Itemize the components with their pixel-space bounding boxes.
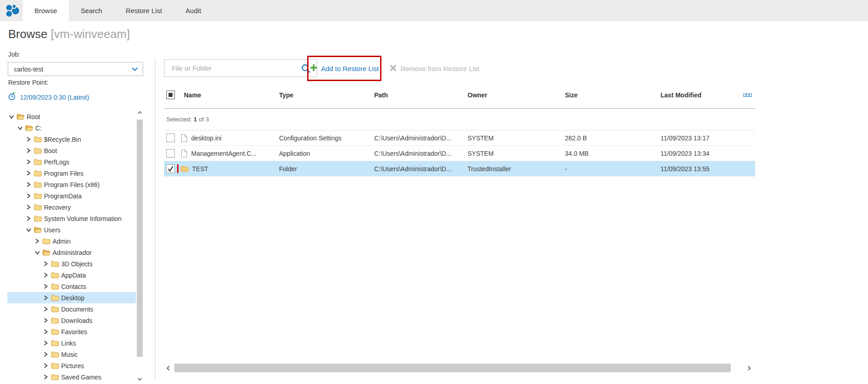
tree-scrollbar-thumb[interactable] — [137, 120, 143, 357]
chevron-right-icon — [26, 159, 31, 164]
tree-item-label: Recovery — [44, 204, 71, 211]
remove-from-restore-list-button[interactable]: Remove from Restore List — [390, 56, 479, 81]
chevron-right-icon — [43, 284, 48, 289]
nav-tab-label: Restore List — [126, 7, 162, 14]
scroll-left-icon[interactable] — [164, 362, 172, 374]
tree-item[interactable]: Admin — [7, 235, 136, 247]
nav-tab[interactable]: Restore List — [114, 0, 174, 21]
chevron-right-icon — [43, 261, 48, 266]
tree-item[interactable]: Root — [7, 111, 136, 122]
tree-item[interactable]: System Volume Information — [7, 213, 136, 224]
tree-expander[interactable] — [26, 148, 34, 153]
tree-expander[interactable] — [26, 205, 34, 210]
tree-expander[interactable] — [43, 284, 51, 289]
remove-x-icon — [390, 64, 397, 73]
tree-expander[interactable] — [18, 126, 25, 130]
tree-item[interactable]: Recovery — [7, 202, 136, 213]
tree-item[interactable]: Favorites — [7, 326, 136, 337]
nav-tab[interactable]: Search — [69, 0, 114, 21]
row-size: - — [565, 165, 661, 173]
job-select[interactable]: carlos-test — [8, 62, 143, 76]
tree-expander[interactable] — [35, 250, 43, 255]
search-input[interactable] — [164, 60, 317, 77]
chevron-down-icon — [35, 250, 40, 255]
tree-item-label: ProgramData — [44, 192, 82, 200]
tree-item[interactable]: ProgramData — [7, 190, 136, 202]
column-options-icon[interactable] — [743, 91, 752, 99]
tree-expander[interactable] — [26, 171, 34, 176]
row-checkbox[interactable] — [166, 149, 175, 158]
nav-tab[interactable]: Audit — [174, 0, 213, 21]
tree-item[interactable]: Program Files — [7, 168, 136, 179]
column-header-owner[interactable]: Owner — [468, 91, 565, 99]
tree-item-label: AppData — [61, 272, 86, 279]
select-all-checkbox[interactable] — [166, 91, 175, 99]
tree-item[interactable]: AppData — [7, 269, 136, 281]
nav-tab[interactable]: Browse — [23, 0, 69, 21]
top-nav: Browse Search Restore List Audit — [0, 0, 868, 21]
nav-tab-label: Browse — [34, 7, 57, 14]
tree-item[interactable]: Users — [7, 224, 136, 235]
folder-icon — [51, 261, 59, 267]
row-checkbox[interactable] — [166, 134, 175, 142]
tree-item[interactable]: $Recycle.Bin — [7, 134, 136, 145]
tree-item[interactable]: Contacts — [7, 281, 136, 292]
add-to-restore-list-button[interactable]: Add to Restore List — [310, 64, 379, 73]
tree-item[interactable]: C: — [7, 122, 136, 134]
column-header-path[interactable]: Path — [374, 91, 468, 99]
tree-item[interactable]: Links — [7, 337, 136, 349]
tree-item[interactable]: Administrador — [7, 247, 136, 258]
folder-icon — [43, 250, 50, 256]
restore-point-link[interactable]: 12/09/2023 0:30 (Latest) — [8, 92, 89, 102]
tree-item[interactable]: Pictures — [7, 360, 136, 371]
tree-expander[interactable] — [35, 239, 43, 244]
chevron-right-icon — [26, 216, 31, 221]
column-header-modified[interactable]: Last Modified — [661, 91, 743, 99]
tree-expander[interactable] — [26, 159, 34, 164]
tree-expander[interactable] — [43, 273, 51, 278]
tree-expander[interactable] — [43, 341, 51, 346]
row-type-icon — [181, 134, 188, 142]
tree-expander[interactable] — [43, 307, 51, 312]
table-row[interactable]: ManagementAgent.C... Application C:\User… — [164, 146, 755, 161]
tree-expander[interactable] — [43, 261, 51, 266]
scroll-down-icon[interactable] — [136, 374, 144, 384]
tree-item[interactable]: Desktop — [7, 292, 136, 303]
tree-expander[interactable] — [26, 182, 34, 187]
tree-expander[interactable] — [26, 193, 34, 198]
tree-item-label: Root — [27, 113, 40, 120]
tree-item[interactable]: Program Files (x86) — [7, 179, 136, 190]
tree-expander[interactable] — [43, 318, 51, 323]
column-header-size[interactable]: Size — [565, 91, 661, 99]
tree-item[interactable]: Music — [7, 349, 136, 360]
chevron-right-icon — [26, 148, 31, 153]
tree-expander[interactable] — [43, 329, 51, 334]
tree-item[interactable]: PerfLogs — [7, 156, 136, 168]
row-modified: 11/09/2023 13:17 — [661, 134, 743, 142]
tree-expander[interactable] — [26, 228, 34, 232]
scroll-up-icon[interactable] — [136, 108, 144, 118]
tree-item[interactable]: 3D Objects — [7, 258, 136, 269]
tree-item[interactable]: Downloads — [7, 315, 136, 326]
row-checkbox[interactable] — [166, 164, 175, 173]
tree-item[interactable]: Saved Games — [7, 371, 136, 383]
horizontal-scrollbar-thumb[interactable] — [174, 364, 731, 372]
tree-expander[interactable] — [43, 295, 51, 300]
tree-scrollbar — [136, 108, 144, 384]
tree-item[interactable]: Boot — [7, 145, 136, 156]
tree-expander[interactable] — [26, 137, 34, 142]
row-owner: SYSTEM — [468, 150, 565, 157]
tree-expander[interactable] — [43, 374, 51, 379]
tree-expander[interactable] — [9, 115, 17, 119]
tree-item[interactable]: Documents — [7, 303, 136, 315]
scroll-right-icon[interactable] — [745, 362, 753, 374]
column-header-name[interactable]: Name — [180, 91, 279, 99]
tree-item-label: Program Files — [44, 170, 83, 177]
column-header-type[interactable]: Type — [279, 91, 374, 99]
table-row[interactable]: TEST Folder C:\Users\Administrador\D... … — [164, 161, 755, 177]
tree-expander[interactable] — [26, 216, 34, 221]
table-row[interactable]: desktop.ini Configuration Settings C:\Us… — [164, 130, 755, 146]
tree-expander[interactable] — [43, 352, 51, 357]
row-type-icon — [181, 166, 188, 172]
tree-expander[interactable] — [43, 363, 51, 368]
